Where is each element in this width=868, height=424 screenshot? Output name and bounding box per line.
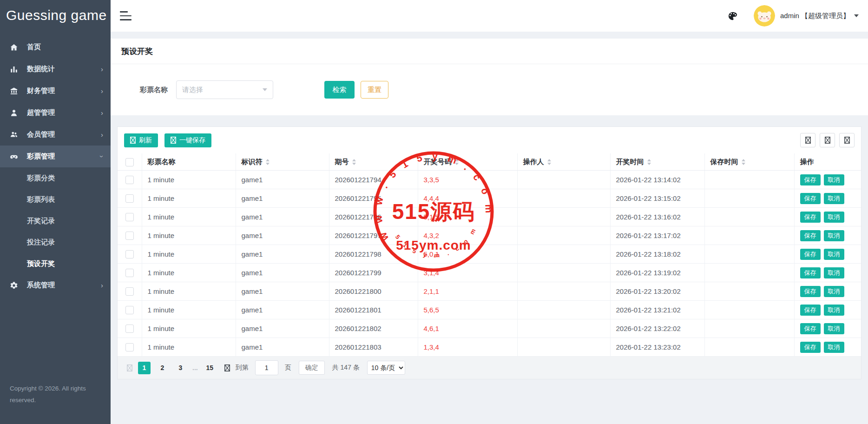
cell-save-time — [704, 208, 794, 226]
table-header-cell: 期号 — [329, 153, 418, 171]
table-row: 1 minutegame12026012217985,0,12026-01-22… — [118, 245, 861, 264]
row-cancel-button[interactable]: 取消 — [824, 230, 844, 241]
goto-page-input[interactable] — [255, 360, 278, 375]
sidebar-item-chart[interactable]: 数据统计› — [0, 58, 111, 80]
row-checkbox[interactable] — [125, 269, 134, 277]
row-save-button[interactable]: 保存 — [800, 249, 821, 260]
row-checkbox[interactable] — [125, 306, 134, 314]
refresh-button[interactable]: 刷新 — [124, 133, 158, 147]
page-size-select[interactable]: 10 条/页 — [367, 361, 405, 375]
row-cancel-button[interactable]: 取消 — [824, 193, 844, 204]
row-cancel-button[interactable]: 取消 — [824, 323, 844, 334]
row-save-button[interactable]: 保存 — [800, 342, 821, 353]
sidebar: Guessing game 首页数据统计›财务管理›超管管理›会员管理›彩票管理… — [0, 0, 111, 424]
row-save-button[interactable]: 保存 — [800, 267, 821, 278]
page-title: 预设开奖 — [111, 39, 868, 64]
sidebar-subitem[interactable]: 投注记录 — [0, 232, 111, 253]
cell-period: 202601221803 — [329, 338, 418, 357]
row-cancel-button[interactable]: 取消 — [824, 249, 844, 260]
cell-lottery-name: 1 minute — [142, 189, 236, 208]
lottery-name-select[interactable]: 请选择 — [176, 80, 273, 99]
column-label: 彩票名称 — [148, 158, 176, 166]
save-all-button[interactable]: 一键保存 — [164, 133, 211, 147]
cell-code: game1 — [236, 171, 329, 189]
row-cancel-button[interactable]: 取消 — [824, 286, 844, 297]
sort-icon[interactable] — [547, 159, 551, 165]
prev-page-button[interactable] — [127, 364, 132, 371]
row-save-button[interactable]: 保存 — [800, 305, 821, 316]
row-checkbox[interactable] — [125, 176, 134, 184]
total-count-label: 共 147 条 — [332, 364, 360, 372]
row-checkbox[interactable] — [125, 343, 134, 351]
row-cancel-button[interactable]: 取消 — [824, 212, 844, 223]
sort-icon[interactable] — [742, 159, 745, 165]
row-checkbox[interactable] — [125, 232, 134, 240]
row-save-button[interactable]: 保存 — [800, 193, 821, 204]
sidebar-subitem[interactable]: 彩票分类 — [0, 167, 111, 189]
column-label: 操作人 — [523, 158, 544, 166]
sidebar-item-users[interactable]: 会员管理› — [0, 124, 111, 146]
sort-icon[interactable] — [455, 159, 459, 165]
row-cancel-button[interactable]: 取消 — [824, 305, 844, 316]
user-menu[interactable]: admin 【超级管理员】 — [754, 5, 859, 26]
cell-numbers: 5,1,5 — [418, 208, 517, 226]
sidebar-item-label: 数据统计 — [27, 65, 101, 73]
table-tool-button[interactable] — [800, 133, 815, 147]
row-cancel-button[interactable]: 取消 — [824, 342, 844, 353]
page-number-button[interactable]: 1 — [138, 362, 151, 374]
theme-palette-icon[interactable] — [727, 11, 738, 21]
search-button[interactable]: 检索 — [324, 81, 355, 99]
table-header-cell: 操作人 — [517, 153, 610, 171]
row-cancel-button[interactable]: 取消 — [824, 267, 844, 278]
gear-icon — [10, 281, 18, 290]
sidebar-subitem[interactable]: 彩票列表 — [0, 189, 111, 210]
page-number-button[interactable]: 3 — [174, 362, 187, 374]
sidebar-item-gear[interactable]: 系统管理› — [0, 274, 111, 296]
cell-actions: 保存取消 — [794, 226, 861, 245]
row-checkbox[interactable] — [125, 194, 134, 203]
sidebar-subitem[interactable]: 预设开奖 — [0, 253, 111, 274]
row-save-button[interactable]: 保存 — [800, 286, 821, 297]
table-header-cell: 开奖时间 — [610, 153, 704, 171]
reset-button[interactable]: 重置 — [361, 81, 388, 99]
sidebar-item-bank[interactable]: 财务管理› — [0, 80, 111, 102]
sort-icon[interactable] — [352, 159, 356, 165]
table-tools — [800, 133, 855, 147]
row-checkbox[interactable] — [125, 213, 134, 221]
table-tool-button[interactable] — [820, 133, 835, 147]
sidebar-item-home[interactable]: 首页 — [0, 36, 111, 58]
row-checkbox[interactable] — [125, 325, 134, 333]
broken-glyph-icon — [171, 137, 176, 144]
table-tool-button[interactable] — [839, 133, 855, 147]
table-header-cell: 彩票名称 — [142, 153, 236, 171]
column-label: 标识符 — [242, 158, 263, 166]
row-save-button[interactable]: 保存 — [800, 174, 821, 186]
avatar — [754, 5, 775, 26]
row-save-button[interactable]: 保存 — [800, 323, 821, 334]
next-page-button[interactable] — [224, 364, 230, 371]
cell-save-time — [704, 245, 794, 264]
row-save-button[interactable]: 保存 — [800, 230, 821, 241]
sidebar-nav: 首页数据统计›财务管理›超管管理›会员管理›彩票管理›彩票分类彩票列表开奖记录投… — [0, 32, 111, 383]
sidebar-item-gamepad[interactable]: 彩票管理› — [0, 146, 111, 167]
sort-icon[interactable] — [647, 159, 651, 165]
row-checkbox[interactable] — [125, 287, 134, 296]
table-body: 1 minutegame12026012217943,3,52026-01-22… — [118, 171, 861, 357]
page-number-button[interactable]: 2 — [156, 362, 169, 374]
sidebar-item-user[interactable]: 超管管理› — [0, 102, 111, 124]
cell-save-time — [704, 171, 794, 189]
cell-draw-time: 2026-01-22 13:18:02 — [610, 245, 704, 264]
confirm-button[interactable]: 确定 — [299, 361, 325, 375]
table-header-cell: 标识符 — [236, 153, 329, 171]
sort-icon[interactable] — [266, 159, 270, 165]
topbar: admin 【超级管理员】 — [111, 0, 868, 32]
select-all-checkbox[interactable] — [125, 158, 134, 166]
menu-toggle-icon[interactable] — [120, 10, 132, 21]
user-name: admin 【超级管理员】 — [780, 12, 850, 20]
broken-glyph-icon — [130, 137, 136, 144]
row-checkbox[interactable] — [125, 250, 134, 258]
row-cancel-button[interactable]: 取消 — [824, 174, 844, 186]
page-number-button[interactable]: 15 — [204, 362, 216, 374]
row-save-button[interactable]: 保存 — [800, 212, 821, 223]
sidebar-subitem[interactable]: 开奖记录 — [0, 210, 111, 232]
